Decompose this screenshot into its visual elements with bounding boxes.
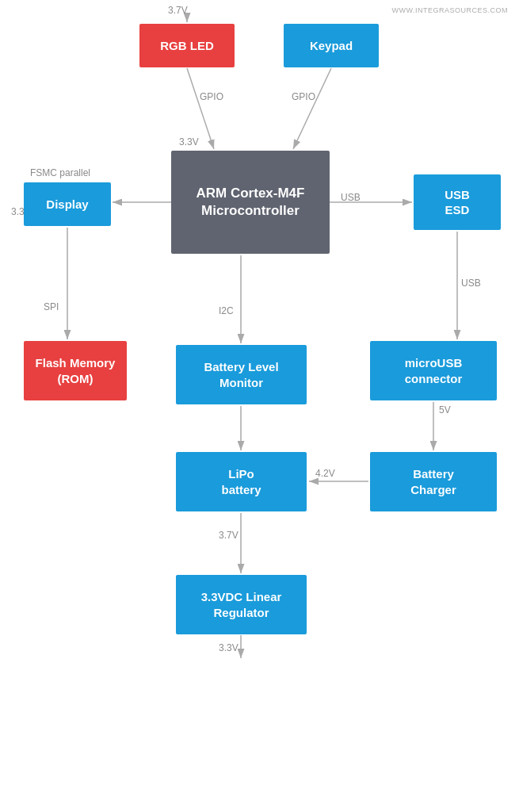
display-block: Display bbox=[24, 182, 111, 226]
svg-line-4 bbox=[293, 68, 331, 149]
label-42v: 4.2V bbox=[315, 468, 335, 479]
watermark: WWW.INTEGRASOURCES.COM bbox=[392, 6, 509, 14]
label-i2c: I2C bbox=[219, 305, 234, 316]
label-gpio-right: GPIO bbox=[292, 91, 315, 102]
label-37v-bottom: 3.7V bbox=[219, 530, 239, 541]
label-33v-bottom: 3.3V bbox=[219, 642, 239, 653]
keypad-block: Keypad bbox=[284, 24, 379, 67]
usb-esd-block: USBESD bbox=[414, 174, 501, 230]
label-usb-down: USB bbox=[461, 278, 481, 289]
label-5v: 5V bbox=[439, 404, 451, 416]
battery-level-block: Battery LevelMonitor bbox=[176, 345, 307, 404]
lipo-battery-block: LiPobattery bbox=[176, 452, 307, 511]
diagram-container: WWW.INTEGRASOURCES.COM bbox=[0, 0, 519, 812]
rgb-led-block: RGB LED bbox=[139, 24, 235, 67]
arm-block: ARM Cortex-M4FMicrocontroller bbox=[171, 151, 330, 254]
label-37v-top: 3.7V bbox=[168, 5, 188, 16]
label-usb-right: USB bbox=[341, 192, 361, 203]
battery-charger-block: BatteryCharger bbox=[370, 452, 497, 511]
regulator-block: 3.3VDC LinearRegulator bbox=[176, 575, 307, 634]
flash-memory-block: Flash Memory(ROM) bbox=[24, 341, 127, 400]
label-gpio-left: GPIO bbox=[200, 91, 223, 102]
microusb-block: microUSBconnector bbox=[370, 341, 497, 400]
label-33v-arm: 3.3V bbox=[179, 136, 199, 147]
label-spi: SPI bbox=[44, 301, 59, 312]
